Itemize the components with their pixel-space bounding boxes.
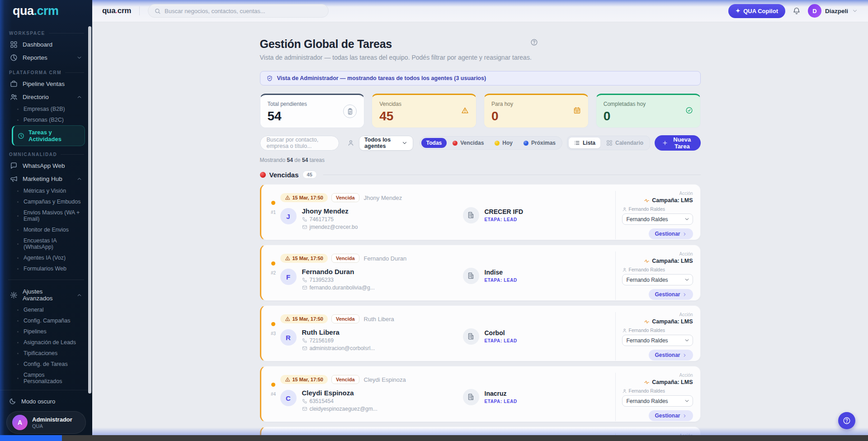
warning-icon [285, 256, 290, 261]
manage-button[interactable]: Gestionar [649, 289, 693, 300]
manage-button[interactable]: Gestionar [649, 410, 693, 421]
qua-copilot-button[interactable]: ✦ QUA Copilot [728, 4, 785, 18]
sidebar-item-tareas-y-actividades[interactable]: Tareas y Actividades [12, 125, 85, 146]
sidebar-item-encuestas-ia-whatsapp[interactable]: Encuestas IA (WhatsApp) [13, 235, 85, 252]
sidebar: qua.crm WORKSPACEDashboardReportesPLATAF… [0, 0, 92, 441]
contact-phone: 71395233 [302, 277, 375, 283]
results-summary: Mostrando 54 de 54 tareas [260, 157, 701, 163]
view-list-button[interactable]: Lista [569, 138, 600, 148]
reports-icon [10, 54, 18, 62]
stats-row: Total pendientes54Vencidas45Para hoy0Com… [260, 94, 701, 128]
task-card[interactable]: #215 Mar, 17:50VencidaFernando DuranFFer… [260, 245, 701, 301]
status-dot [495, 141, 500, 146]
view-calendar-button[interactable]: Calendario [601, 138, 648, 148]
sidebar-item-campos-personalizados[interactable]: Campos Personalizados [13, 370, 85, 387]
task-card[interactable]: #115 Mar, 17:50VencidaJhony MendezJJhony… [260, 184, 701, 240]
sidebar-item-ajustes-avanzados[interactable]: Ajustes Avanzados [7, 285, 85, 304]
sidebar-section-header: WORKSPACE [9, 31, 85, 36]
mail-icon [302, 285, 307, 290]
user-menu[interactable]: D Diazpeli [808, 4, 858, 18]
assignee-select[interactable]: Fernando Raldes [622, 213, 693, 225]
company-name: Inacruz [485, 390, 517, 397]
section-header-vencidas: Vencidas 45 [260, 171, 701, 179]
task-search-input[interactable]: Buscar por contacto, empresa o título... [260, 136, 340, 151]
sidebar-item-empresas-b2b[interactable]: Empresas (B2B) [13, 104, 85, 114]
company-stage: ETAPA: LEAD [485, 217, 524, 222]
sidebar-item-dashboard[interactable]: Dashboard [7, 38, 85, 51]
help-icon[interactable] [530, 38, 538, 46]
bell-icon[interactable] [793, 7, 801, 15]
sidebar-item-pipeline-ventas[interactable]: Pipeline Ventas [7, 77, 85, 90]
sidebar-item-metricas-y-vision[interactable]: Métricas y Visión [13, 185, 85, 196]
assignee-select[interactable]: Fernando Raldes [622, 395, 693, 407]
pulse-icon [644, 319, 650, 325]
floating-help-button[interactable] [838, 412, 855, 429]
filter-pill-vencidas[interactable]: Vencidas [448, 138, 489, 148]
chevron-up-icon [76, 94, 82, 100]
manage-button[interactable]: Gestionar [649, 350, 693, 360]
task-card[interactable]: #415 Mar, 17:50VencidaCleydi EspinozaCCl… [260, 366, 701, 422]
filter-pill-proximas[interactable]: Próximas [519, 138, 561, 148]
chevron-down-icon [76, 55, 82, 61]
manage-button[interactable]: Gestionar [649, 228, 693, 239]
sidebar-item-agentes-ia-voz[interactable]: Agentes IA (Voz) [13, 252, 85, 263]
contact-phone: 72156169 [302, 337, 375, 344]
sidebar-item-formularios-web[interactable]: Formularios Web [13, 263, 85, 274]
sidebar-item-tipificaciones[interactable]: Tipificaciones [13, 348, 85, 359]
action-label: Acción [679, 373, 693, 378]
warning-icon [285, 195, 290, 200]
dashboard-icon [10, 41, 18, 48]
chevron-right-icon [682, 413, 687, 418]
dark-mode-toggle[interactable]: Modo oscuro [6, 395, 86, 408]
bottom-bar [0, 435, 868, 441]
sidebar-item-marketing-hub[interactable]: Marketing Hub [7, 172, 85, 185]
contact-email: fernando.duranbolivia@g... [302, 285, 375, 291]
page-subtitle: Vista de administrador — todas las tarea… [260, 54, 701, 61]
mail-icon [302, 224, 307, 230]
sidebar-item-asignacion-de-leads[interactable]: Asignación de Leads [13, 337, 85, 348]
sidebar-nav: WORKSPACEDashboardReportesPLATAFORMA CRM… [0, 22, 92, 390]
sidebar-scrollbar[interactable] [88, 26, 91, 394]
task-card[interactable]: #315 Mar, 17:50VencidaRuth LiberaRRuth L… [260, 305, 701, 361]
action-label: Acción [679, 312, 693, 317]
assignee-label: Fernando Raldes [622, 327, 665, 333]
sidebar-user-card[interactable]: A Administrador QUA [6, 411, 86, 434]
assignee-label: Fernando Raldes [622, 267, 665, 272]
chevron-down-icon [684, 277, 690, 283]
sidebar-item-monitor-de-envios[interactable]: Monitor de Envios [13, 224, 85, 235]
building-icon [467, 211, 475, 219]
agent-name: Cleydi Espinoza [364, 376, 406, 383]
sidebar-item-config-campanas[interactable]: Config. Campañas [13, 315, 85, 326]
company-name: CRECER IFD [485, 208, 524, 215]
sidebar-item-general[interactable]: General [13, 304, 85, 315]
sidebar-item-campanas-y-embudos[interactable]: Campañas y Embudos [13, 196, 85, 207]
filter-pill-hoy[interactable]: Hoy [490, 138, 518, 148]
sidebar-item-pipelines[interactable]: Pipelines [13, 326, 85, 337]
assignee-select[interactable]: Fernando Raldes [622, 274, 693, 285]
plus-icon [662, 140, 668, 146]
filter-pill-todas[interactable]: Todas [421, 138, 447, 148]
new-task-button[interactable]: Nueva Tarea [655, 135, 700, 151]
pulse-icon [644, 258, 650, 264]
chevron-up-icon [76, 292, 82, 298]
chevron-down-icon [684, 337, 690, 343]
search-placeholder: Buscar negocios, contactos, cuentas... [165, 8, 265, 14]
global-search-input[interactable]: Buscar negocios, contactos, cuentas... [148, 4, 329, 18]
sidebar-item-whatsapp-web[interactable]: WhatsApp Web [7, 159, 85, 172]
assignee-select[interactable]: Fernando Raldes [622, 335, 693, 346]
calendar-grid-icon [606, 140, 613, 146]
company-name: Indise [485, 269, 517, 276]
agent-select[interactable]: Todos los agentes [359, 136, 413, 151]
sidebar-item-envios-masivos-wa-email[interactable]: Envios Masivos (WA + Email) [13, 207, 85, 224]
phone-icon [302, 338, 307, 343]
action-label: Acción [679, 251, 693, 256]
mail-icon [302, 346, 307, 351]
sidebar-item-config-de-tareas[interactable]: Config. de Tareas [13, 359, 85, 370]
admin-banner-text: Vista de Administrador — mostrando tarea… [277, 75, 486, 81]
user-icon [622, 328, 627, 333]
topbar-logo: qua.crm [102, 6, 131, 15]
sidebar-item-directorio[interactable]: Directorio [7, 90, 85, 104]
sidebar-item-personas-b2c[interactable]: Personas (B2C) [13, 114, 85, 125]
sidebar-item-reportes[interactable]: Reportes [7, 51, 85, 64]
count-badge: 45 [302, 171, 317, 179]
